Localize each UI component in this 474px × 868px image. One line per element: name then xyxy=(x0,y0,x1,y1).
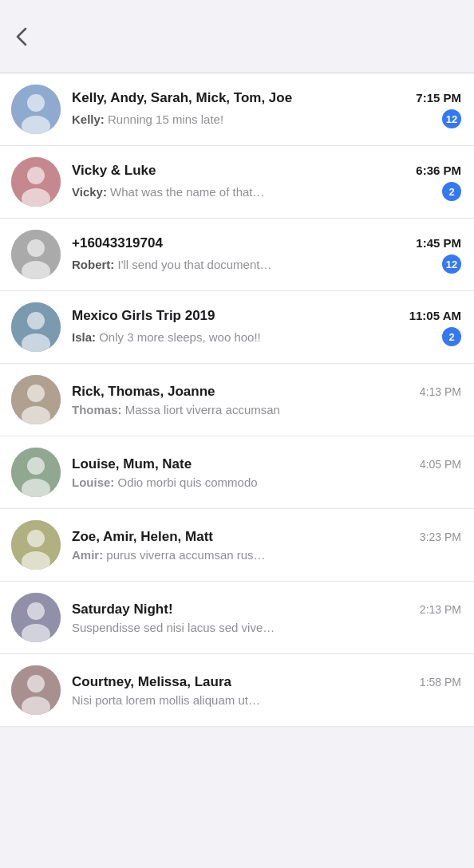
chat-top-row: Kelly, Andy, Sarah, Mick, Tom, Joe 7:15 … xyxy=(72,90,461,106)
chat-preview: Amir: purus viverra accumsan rus… xyxy=(72,548,266,562)
chat-name: Kelly, Andy, Sarah, Mick, Tom, Joe xyxy=(72,90,292,106)
chat-time: 11:05 AM xyxy=(409,309,461,322)
chat-item[interactable]: Rick, Thomas, Joanne 4:13 PM Thomas: Mas… xyxy=(0,364,474,436)
chat-content: +16043319704 1:45 PM Robert: I'll send y… xyxy=(72,235,461,274)
chat-content: Saturday Night! 2:13 PM Suspendisse sed … xyxy=(72,602,461,634)
chat-bottom-row: Nisi porta lorem mollis aliquam ut… xyxy=(72,693,461,707)
chat-bottom-row: Robert: I'll send you that document… 12 xyxy=(72,254,461,274)
chat-preview: Isla: Only 3 more sleeps, woo hoo!! xyxy=(72,330,261,344)
unread-badge: 2 xyxy=(442,182,461,201)
avatar xyxy=(11,157,61,207)
chat-time: 1:45 PM xyxy=(416,236,461,250)
chat-top-row: Vicky & Luke 6:36 PM xyxy=(72,163,461,179)
chat-time: 7:15 PM xyxy=(416,91,461,105)
svg-point-25 xyxy=(27,675,45,692)
chat-preview: Vicky: What was the name of that… xyxy=(72,185,265,199)
chat-time: 3:23 PM xyxy=(420,531,461,543)
chat-list: Kelly, Andy, Sarah, Mick, Tom, Joe 7:15 … xyxy=(0,73,474,727)
chat-content: Zoe, Amir, Helen, Matt 3:23 PM Amir: pur… xyxy=(72,529,461,562)
chat-name: Courtney, Melissa, Laura xyxy=(72,674,231,690)
avatar xyxy=(11,230,61,279)
chat-time: 4:05 PM xyxy=(420,458,461,471)
chat-preview: Louise: Odio morbi quis commodo xyxy=(72,475,258,489)
chat-preview: Robert: I'll send you that document… xyxy=(72,258,271,271)
svg-point-7 xyxy=(27,239,45,257)
chat-item[interactable]: Vicky & Luke 6:36 PM Vicky: What was the… xyxy=(0,146,474,219)
chat-item[interactable]: Saturday Night! 2:13 PM Suspendisse sed … xyxy=(0,582,474,654)
chat-content: Kelly, Andy, Sarah, Mick, Tom, Joe 7:15 … xyxy=(72,90,461,128)
svg-point-19 xyxy=(27,530,45,547)
chat-bottom-row: Vicky: What was the name of that… 2 xyxy=(72,182,461,201)
unread-badge: 12 xyxy=(442,109,461,128)
chat-item[interactable]: Louise, Mum, Nate 4:05 PM Louise: Odio m… xyxy=(0,436,474,509)
chat-content: Rick, Thomas, Joanne 4:13 PM Thomas: Mas… xyxy=(72,384,461,416)
chat-bottom-row: Isla: Only 3 more sleeps, woo hoo!! 2 xyxy=(72,327,461,346)
bottom-pad xyxy=(0,727,474,807)
svg-point-4 xyxy=(27,167,45,184)
chat-preview: Thomas: Massa liort viverra accumsan xyxy=(72,403,280,416)
chat-bottom-row: Thomas: Massa liort viverra accumsan xyxy=(72,403,461,416)
chat-name: Saturday Night! xyxy=(72,602,173,617)
chat-time: 1:58 PM xyxy=(420,676,461,688)
chat-bottom-row: Suspendisse sed nisi lacus sed vive… xyxy=(72,621,461,634)
chat-time: 4:13 PM xyxy=(420,385,461,398)
chat-top-row: Saturday Night! 2:13 PM xyxy=(72,602,461,617)
svg-point-22 xyxy=(27,602,45,620)
chat-preview: Nisi porta lorem mollis aliquam ut… xyxy=(72,693,260,707)
chat-name: Mexico Girls Trip 2019 xyxy=(72,308,215,324)
back-button[interactable] xyxy=(16,27,27,46)
chat-name: Rick, Thomas, Joanne xyxy=(72,384,215,400)
chat-name: Vicky & Luke xyxy=(72,163,156,179)
chat-top-row: Louise, Mum, Nate 4:05 PM xyxy=(72,456,461,472)
chat-time: 2:13 PM xyxy=(420,603,461,616)
chat-item[interactable]: +16043319704 1:45 PM Robert: I'll send y… xyxy=(0,219,474,291)
avatar xyxy=(11,520,61,570)
chat-top-row: Zoe, Amir, Helen, Matt 3:23 PM xyxy=(72,529,461,545)
chat-bottom-row: Louise: Odio morbi quis commodo xyxy=(72,475,461,489)
chat-bottom-row: Amir: purus viverra accumsan rus… xyxy=(72,548,461,562)
avatar xyxy=(11,375,61,424)
chat-name: +16043319704 xyxy=(72,235,163,251)
chat-time: 6:36 PM xyxy=(416,164,461,177)
chat-top-row: +16043319704 1:45 PM xyxy=(72,235,461,251)
svg-point-1 xyxy=(27,94,45,112)
chat-content: Mexico Girls Trip 2019 11:05 AM Isla: On… xyxy=(72,308,461,346)
chat-item[interactable]: Kelly, Andy, Sarah, Mick, Tom, Joe 7:15 … xyxy=(0,73,474,146)
svg-point-10 xyxy=(27,312,45,329)
chat-top-row: Courtney, Melissa, Laura 1:58 PM xyxy=(72,674,461,690)
chat-preview: Suspendisse sed nisi lacus sed vive… xyxy=(72,621,275,634)
chat-content: Louise, Mum, Nate 4:05 PM Louise: Odio m… xyxy=(72,456,461,489)
avatar xyxy=(11,85,61,134)
svg-point-16 xyxy=(27,457,45,475)
unread-badge: 2 xyxy=(442,327,461,346)
chat-bottom-row: Kelly: Running 15 mins late! 12 xyxy=(72,109,461,128)
chat-item[interactable]: Zoe, Amir, Helen, Matt 3:23 PM Amir: pur… xyxy=(0,509,474,582)
avatar xyxy=(11,448,61,497)
chat-top-row: Rick, Thomas, Joanne 4:13 PM xyxy=(72,384,461,400)
chat-name: Louise, Mum, Nate xyxy=(72,456,192,472)
chat-content: Courtney, Melissa, Laura 1:58 PM Nisi po… xyxy=(72,674,461,707)
chat-top-row: Mexico Girls Trip 2019 11:05 AM xyxy=(72,308,461,324)
header xyxy=(0,0,474,73)
avatar xyxy=(11,593,61,642)
chat-item[interactable]: Courtney, Melissa, Laura 1:58 PM Nisi po… xyxy=(0,654,474,727)
chat-item[interactable]: Mexico Girls Trip 2019 11:05 AM Isla: On… xyxy=(0,291,474,364)
avatar xyxy=(11,665,61,715)
svg-point-13 xyxy=(27,385,45,402)
chat-content: Vicky & Luke 6:36 PM Vicky: What was the… xyxy=(72,163,461,201)
avatar xyxy=(11,302,61,352)
unread-badge: 12 xyxy=(442,254,461,274)
chat-name: Zoe, Amir, Helen, Matt xyxy=(72,529,213,545)
chat-preview: Kelly: Running 15 mins late! xyxy=(72,112,223,126)
